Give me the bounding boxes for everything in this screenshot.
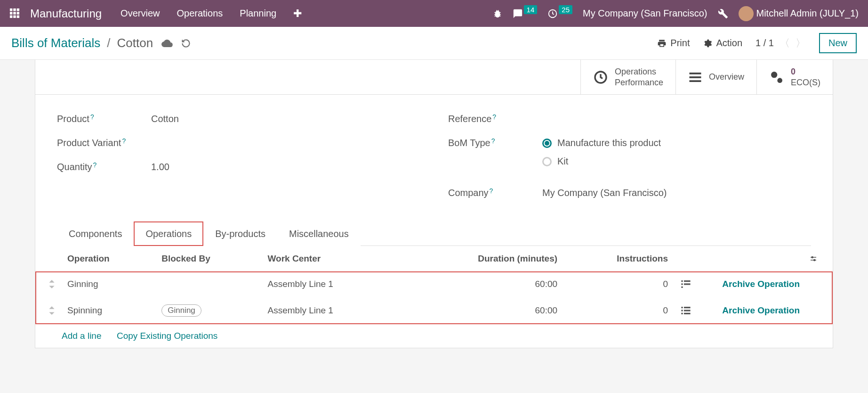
svg-rect-12 xyxy=(689,76,701,78)
archive-operation-link[interactable]: Archive Operation xyxy=(701,297,804,324)
cell-work-center[interactable]: Assembly Line 1 xyxy=(263,297,400,324)
cell-work-center[interactable]: Assembly Line 1 xyxy=(263,271,400,297)
tab-by-products[interactable]: By-products xyxy=(203,221,277,246)
instructions-list-icon[interactable] xyxy=(673,297,701,324)
app-brand[interactable]: Manufacturing xyxy=(30,7,102,20)
help-icon[interactable]: ? xyxy=(122,137,126,145)
stat-overview[interactable]: Overview xyxy=(675,60,756,94)
help-icon[interactable]: ? xyxy=(492,113,496,121)
pager-next-icon[interactable]: 〉 xyxy=(796,36,806,50)
th-operation[interactable]: Operation xyxy=(63,246,157,271)
table-row[interactable]: Spinning Ginning Assembly Line 1 60:00 0… xyxy=(35,297,833,324)
cloud-save-icon[interactable] xyxy=(161,38,173,49)
cell-instructions[interactable]: 0 xyxy=(562,271,673,297)
field-quantity[interactable]: 1.00 xyxy=(151,162,420,172)
pager-value[interactable]: 1 / 1 xyxy=(755,38,774,49)
stat-ops-perf-label: Operations Performance xyxy=(615,66,663,88)
radio-manufacture-label: Manufacture this product xyxy=(557,138,661,148)
stat-operations-performance[interactable]: Operations Performance xyxy=(580,60,675,94)
field-product[interactable]: Cotton xyxy=(151,114,420,124)
new-button[interactable]: New xyxy=(819,33,857,53)
radio-checked-icon xyxy=(542,139,552,148)
nav-add-icon[interactable]: ✚ xyxy=(293,8,302,20)
action-label: Action xyxy=(716,38,742,49)
messages-icon[interactable]: 14 xyxy=(513,8,538,19)
cell-blocked-by[interactable]: Ginning xyxy=(157,297,263,324)
activities-icon[interactable]: 25 xyxy=(547,8,572,19)
svg-marker-20 xyxy=(49,280,54,283)
archive-operation-link[interactable]: Archive Operation xyxy=(701,271,804,297)
nav-planning[interactable]: Planning xyxy=(240,8,276,19)
breadcrumb: Bills of Materials / Cotton xyxy=(11,36,153,50)
stat-ecos[interactable]: 0 ECO(S) xyxy=(756,60,833,94)
tabs: Components Operations By-products Miscel… xyxy=(57,221,811,246)
nav-operations[interactable]: Operations xyxy=(177,8,223,19)
svg-marker-28 xyxy=(49,306,54,309)
help-icon[interactable]: ? xyxy=(490,187,493,195)
cell-instructions[interactable]: 0 xyxy=(562,297,673,324)
svg-rect-30 xyxy=(681,307,683,308)
bars-icon xyxy=(688,70,702,84)
cell-blocked-by[interactable] xyxy=(157,271,263,297)
tab-operations[interactable]: Operations xyxy=(134,221,203,246)
tab-components[interactable]: Components xyxy=(57,221,134,246)
clock-icon xyxy=(593,70,608,85)
activities-count: 25 xyxy=(559,5,572,14)
svg-rect-24 xyxy=(681,283,683,285)
tools-icon[interactable] xyxy=(718,8,728,19)
print-label: Print xyxy=(670,38,690,49)
cell-duration[interactable]: 60:00 xyxy=(400,297,562,324)
th-instructions[interactable]: Instructions xyxy=(562,246,673,271)
action-button[interactable]: Action xyxy=(703,38,742,49)
stat-ecos-count: 0 xyxy=(791,66,820,77)
svg-rect-8 xyxy=(17,15,20,18)
label-product-variant: Product Variant? xyxy=(57,138,151,148)
table-footer: Add a line Copy Existing Operations xyxy=(35,324,833,348)
messages-count: 14 xyxy=(524,5,538,14)
svg-rect-33 xyxy=(684,310,691,311)
help-icon[interactable]: ? xyxy=(90,113,94,121)
crumb-active: Cotton xyxy=(117,36,153,50)
help-icon[interactable]: ? xyxy=(93,161,96,169)
print-button[interactable]: Print xyxy=(657,38,690,49)
crumb-root[interactable]: Bills of Materials xyxy=(11,36,100,50)
th-duration[interactable]: Duration (minutes) xyxy=(400,246,562,271)
nav-overview[interactable]: Overview xyxy=(121,8,160,19)
cell-operation[interactable]: Ginning xyxy=(63,271,157,297)
pager: 1 / 1 〈 〉 xyxy=(755,36,806,50)
table-row[interactable]: Ginning Assembly Line 1 60:00 0 Archive … xyxy=(35,271,833,297)
apps-icon[interactable] xyxy=(9,8,21,19)
instructions-list-icon[interactable] xyxy=(673,271,701,297)
th-blocked-by[interactable]: Blocked By xyxy=(157,246,263,271)
svg-point-15 xyxy=(777,78,782,83)
drag-handle-icon[interactable] xyxy=(35,271,63,297)
label-bom-type: BoM Type? xyxy=(448,138,542,148)
columns-settings-icon[interactable] xyxy=(804,246,833,271)
svg-rect-1 xyxy=(13,8,16,11)
cell-operation[interactable]: Spinning xyxy=(63,297,157,324)
field-company[interactable]: My Company (San Francisco) xyxy=(542,188,811,198)
user-menu[interactable]: Mitchell Admin (JULY_1) xyxy=(739,6,859,21)
svg-rect-7 xyxy=(13,15,16,18)
th-work-center[interactable]: Work Center xyxy=(263,246,400,271)
cell-duration[interactable]: 60:00 xyxy=(400,271,562,297)
bug-icon[interactable] xyxy=(493,9,502,18)
discard-icon[interactable] xyxy=(181,39,191,48)
svg-rect-32 xyxy=(681,310,683,311)
tab-miscellaneous[interactable]: Miscellaneous xyxy=(277,221,361,246)
pager-prev-icon[interactable]: 〈 xyxy=(780,36,790,50)
radio-manufacture[interactable]: Manufacture this product xyxy=(542,138,811,148)
svg-rect-25 xyxy=(684,283,691,285)
copy-operations-link[interactable]: Copy Existing Operations xyxy=(117,331,217,341)
operations-table: Operation Blocked By Work Center Duratio… xyxy=(35,246,833,324)
help-icon[interactable]: ? xyxy=(491,137,495,145)
svg-rect-2 xyxy=(17,8,20,11)
company-switcher[interactable]: My Company (San Francisco) xyxy=(583,8,707,19)
drag-handle-icon[interactable] xyxy=(35,297,63,324)
blocked-by-tag[interactable]: Ginning xyxy=(161,304,201,317)
crumb-separator: / xyxy=(107,36,110,50)
svg-rect-26 xyxy=(681,287,683,288)
radio-kit[interactable]: Kit xyxy=(542,156,811,167)
svg-rect-0 xyxy=(10,8,13,11)
add-line-link[interactable]: Add a line xyxy=(62,331,102,341)
